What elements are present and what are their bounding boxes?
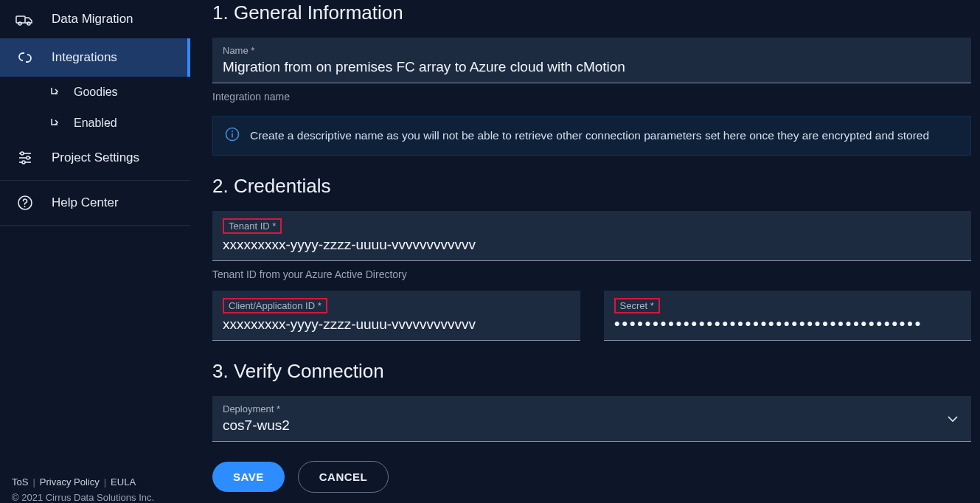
link-icon [15, 49, 35, 66]
copyright: © 2021 Cirrus Data Solutions Inc. [12, 492, 178, 503]
svg-point-1 [18, 22, 21, 25]
name-label: Name * [223, 45, 961, 56]
section-credentials-heading: 2. Credentials [212, 175, 971, 198]
svg-point-12 [232, 131, 233, 132]
save-button[interactable]: SAVE [212, 462, 285, 492]
subitem-arrow-icon [49, 86, 62, 98]
separator: | [104, 476, 106, 488]
svg-point-2 [27, 22, 30, 25]
tenant-id-field[interactable]: Tenant ID * [212, 211, 971, 261]
secret-label: Secret * [614, 298, 660, 313]
info-banner: Create a descriptive name as you will no… [212, 116, 971, 156]
client-id-label: Client/Application ID * [223, 298, 327, 313]
sidebar: Data Migration Integrations Goodies Enab… [0, 0, 190, 503]
deployment-value: cos7-wus2 [223, 417, 961, 434]
sidebar-label-integrations: Integrations [52, 50, 117, 65]
main-content: 1. General Information Name * Integratio… [190, 0, 980, 503]
sidebar-label-help-center: Help Center [52, 195, 119, 210]
privacy-link[interactable]: Privacy Policy [40, 476, 100, 488]
sidebar-item-integrations[interactable]: Integrations [0, 38, 190, 77]
sidebar-divider [0, 180, 190, 181]
chevron-down-icon [948, 412, 958, 426]
sliders-icon [15, 149, 35, 167]
info-icon [225, 127, 240, 145]
sidebar-footer: ToS | Privacy Policy | EULA © 2021 Cirru… [0, 468, 190, 503]
svg-point-6 [27, 156, 29, 159]
svg-point-4 [21, 152, 24, 155]
tos-link[interactable]: ToS [12, 476, 28, 488]
tenant-id-input[interactable] [223, 237, 961, 253]
sidebar-item-help-center[interactable]: Help Center [0, 184, 190, 222]
name-input[interactable] [223, 59, 961, 75]
tenant-id-helper: Tenant ID from your Azure Active Directo… [212, 268, 971, 280]
sidebar-subitem-goodies[interactable]: Goodies [0, 77, 190, 108]
client-id-field[interactable]: Client/Application ID * [212, 291, 580, 341]
sidebar-divider [0, 225, 190, 226]
tenant-id-label: Tenant ID * [223, 218, 282, 234]
sidebar-item-data-migration[interactable]: Data Migration [0, 0, 190, 38]
subitem-arrow-icon [49, 117, 62, 129]
truck-icon [15, 10, 35, 28]
secret-field[interactable]: Secret * [604, 291, 972, 341]
section-general-heading: 1. General Information [212, 1, 971, 24]
info-banner-text: Create a descriptive name as you will no… [250, 129, 929, 142]
sidebar-label-project-settings: Project Settings [52, 150, 139, 165]
sidebar-item-project-settings[interactable]: Project Settings [0, 139, 190, 177]
cancel-button[interactable]: CANCEL [298, 461, 389, 493]
deployment-label: Deployment * [223, 403, 961, 414]
name-helper: Integration name [212, 91, 971, 103]
sidebar-label-data-migration: Data Migration [52, 12, 133, 27]
eula-link[interactable]: EULA [111, 476, 136, 488]
secret-input[interactable] [614, 317, 962, 329]
svg-point-8 [22, 161, 25, 164]
client-id-input[interactable] [223, 316, 570, 333]
name-field[interactable]: Name * [212, 38, 971, 83]
svg-point-10 [24, 206, 26, 207]
sidebar-label-goodies: Goodies [74, 86, 118, 99]
sidebar-subitem-enabled[interactable]: Enabled [0, 108, 190, 139]
section-verify-heading: 3. Verify Connection [212, 360, 971, 383]
separator: | [32, 476, 35, 488]
svg-rect-13 [232, 133, 233, 138]
help-icon [15, 194, 35, 212]
deployment-field[interactable]: Deployment * cos7-wus2 [212, 396, 971, 442]
sidebar-label-enabled: Enabled [74, 117, 117, 130]
